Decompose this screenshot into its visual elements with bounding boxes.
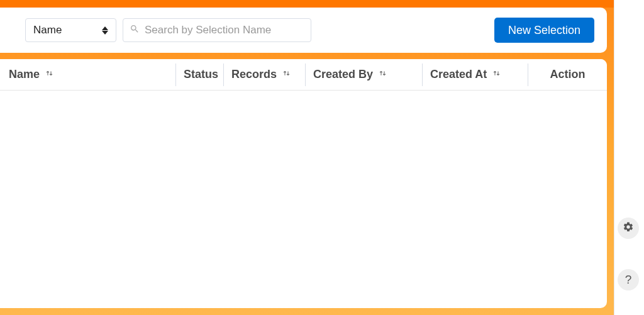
dropdown-arrows-icon [102, 26, 108, 35]
new-selection-button[interactable]: New Selection [494, 18, 594, 43]
sort-icon [282, 68, 291, 81]
column-label: Status [184, 68, 218, 81]
column-label: Records [231, 68, 277, 81]
settings-button[interactable] [618, 218, 639, 239]
help-icon: ? [625, 273, 632, 287]
search-box[interactable] [123, 18, 311, 42]
column-header-status[interactable]: Status [176, 64, 224, 86]
column-header-created-by[interactable]: Created By [306, 64, 423, 86]
filter-field-dropdown[interactable]: Name [25, 18, 116, 42]
sort-icon [378, 68, 387, 81]
column-header-created-at[interactable]: Created At [423, 64, 528, 86]
column-label: Created At [430, 68, 487, 81]
column-header-records[interactable]: Records [224, 64, 306, 86]
gear-icon [623, 221, 634, 235]
search-icon [130, 24, 140, 36]
help-button[interactable]: ? [618, 269, 639, 290]
top-accent-bar [0, 0, 614, 8]
table-panel: Name Status Records Created By Created A… [0, 59, 607, 308]
column-label: Name [9, 68, 40, 81]
column-header-name[interactable]: Name [0, 64, 176, 86]
table-header-row: Name Status Records Created By Created A… [0, 59, 607, 91]
search-input[interactable] [145, 24, 304, 36]
sort-icon [492, 68, 501, 81]
column-header-action: Action [528, 64, 607, 86]
column-label: Created By [313, 68, 373, 81]
sort-icon [45, 68, 54, 81]
filter-field-selected: Name [33, 24, 62, 36]
right-utility-rail: ? [614, 0, 644, 315]
toolbar: Name New Selection [0, 8, 607, 53]
column-label: Action [550, 68, 586, 81]
